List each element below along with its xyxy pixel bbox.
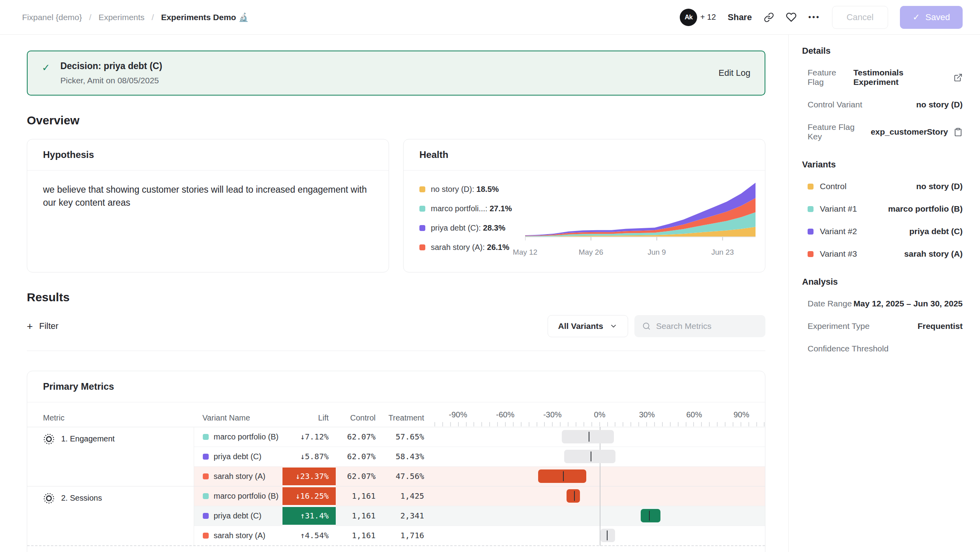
metric-name: 2. Sessions	[61, 494, 102, 503]
variant-swatch	[203, 434, 209, 440]
sidebar-row: Variant #2priya debt (C)	[802, 227, 963, 236]
col-control: Control	[336, 402, 381, 427]
health-chart-x-axis: May 12May 26Jun 9Jun 23	[525, 247, 756, 259]
variant-cell: sarah story (A)	[194, 466, 282, 486]
ci-axis-header: -90%-60%-30%0%30%60%90%	[434, 402, 765, 427]
sidebar-row: Control Variantno story (D)	[802, 100, 963, 109]
experiment-page: Fixpanel {demo} / Experiments / Experime…	[0, 0, 980, 552]
top-bar-actions: Ak + 12 Share ••• Cancel ✓ Saved	[680, 6, 963, 29]
variant-name: marco portfolio (B)	[214, 492, 279, 501]
confidence-interval-cell	[434, 447, 765, 466]
external-link-icon[interactable]	[954, 73, 963, 82]
decision-banner: ✓ Decision: priya debt (C) Picker, Amit …	[27, 51, 765, 96]
treatment-value: 57.65%	[381, 427, 434, 447]
breadcrumb-current: Experiments Demo 🔬	[161, 13, 249, 22]
confidence-interval-cell	[434, 486, 765, 506]
primary-metrics-card: Primary Metrics Metric Variant Name Lift…	[27, 371, 765, 552]
sidebar-section-heading: Details	[802, 46, 963, 56]
sidebar-row-value[interactable]: Testimonials Experiment	[853, 68, 963, 87]
sidebar-section-heading: Analysis	[802, 277, 963, 287]
legend-swatch	[419, 244, 425, 250]
health-legend-item: priya debt (C): 28.3%	[419, 223, 525, 233]
saved-button[interactable]: ✓ Saved	[900, 6, 963, 29]
decision-check-icon: ✓	[42, 62, 50, 73]
sidebar-row-value: marco portfolio (B)	[888, 204, 963, 214]
plus-icon: +	[27, 321, 33, 331]
sidebar-row: Variant #1marco portfolio (B)	[802, 204, 963, 214]
health-card: Health no story (D): 18.5%marco portfoli…	[403, 139, 765, 272]
hypothesis-body: we believe that showing customer stories…	[27, 171, 389, 222]
sidebar-row: Experiment TypeFrequentist	[802, 321, 963, 331]
variant-cell: priya debt (C)	[194, 506, 282, 526]
sidebar-row-label: Confidence Threshold	[808, 344, 888, 353]
details-sidebar: DetailsFeature FlagTestimonials Experime…	[788, 35, 980, 552]
variant-swatch	[808, 206, 814, 212]
health-x-tick-label: Jun 23	[711, 248, 734, 257]
collaborators[interactable]: Ak + 12	[680, 9, 716, 26]
sidebar-row-label: Date Range	[808, 299, 852, 308]
ci-axis-label: 30%	[639, 410, 655, 419]
copy-link-icon[interactable]	[764, 12, 774, 23]
sidebar-row-label: Control Variant	[808, 100, 862, 109]
sidebar-row: Confidence Threshold	[802, 344, 963, 353]
chevron-down-icon	[610, 322, 617, 330]
col-treatment: Treatment	[381, 402, 434, 427]
sidebar-row-label: Variant #1	[820, 204, 857, 214]
breadcrumb-experiments[interactable]: Experiments	[99, 13, 145, 22]
sidebar-row-label: Variant #2	[820, 227, 857, 236]
clipboard-icon[interactable]	[954, 128, 963, 137]
sidebar-row-value[interactable]: exp_customerStory	[871, 127, 963, 137]
results-controls: + Filter All Variants	[27, 315, 765, 351]
control-value: 1,161	[336, 486, 381, 506]
sidebar-row: Controlno story (D)	[802, 182, 963, 191]
metric-cell: 2. Sessions	[27, 486, 194, 545]
zero-line	[600, 466, 600, 486]
legend-swatch	[419, 206, 425, 212]
sidebar-row-label: Variant #3	[820, 249, 857, 259]
treatment-value: 1,425	[381, 486, 434, 506]
favorite-heart-icon[interactable]	[786, 12, 797, 23]
search-metrics-input[interactable]	[656, 321, 757, 331]
sidebar-row-value: no story (D)	[916, 100, 963, 109]
health-legend-item: no story (D): 18.5%	[419, 185, 525, 194]
variant-swatch	[808, 251, 814, 257]
more-options-icon[interactable]: •••	[808, 13, 820, 22]
health-legend: no story (D): 18.5%marco portfoli...: 27…	[419, 180, 525, 259]
sidebar-row-label: Control	[820, 182, 847, 191]
lift-marker	[607, 531, 608, 541]
add-filter-button[interactable]: + Filter	[27, 321, 58, 331]
breadcrumb-separator: /	[89, 13, 92, 22]
variant-cell: marco portfolio (B)	[194, 427, 282, 447]
metrics-search	[634, 315, 765, 337]
lift-marker	[591, 452, 591, 462]
filter-label: Filter	[39, 321, 58, 331]
add-metric-button[interactable]: + Add	[27, 545, 765, 552]
edit-log-button[interactable]: Edit Log	[718, 68, 750, 78]
control-value: 62.07%	[336, 447, 381, 466]
breadcrumb-project[interactable]: Fixpanel {demo}	[22, 13, 82, 22]
confidence-interval-bar	[564, 450, 615, 463]
control-value: 1,161	[336, 506, 381, 526]
sidebar-row: Feature FlagTestimonials Experiment	[802, 68, 963, 87]
top-bar: Fixpanel {demo} / Experiments / Experime…	[0, 0, 980, 35]
legend-swatch	[419, 186, 425, 192]
metric-variant-row[interactable]: 1. Engagementmarco portfolio (B)↓7.12%62…	[27, 427, 765, 447]
variant-name: sarah story (A)	[214, 531, 266, 540]
variant-cell: marco portfolio (B)	[194, 486, 282, 506]
sidebar-row-value: May 12, 2025 – Jun 30, 2025	[853, 299, 963, 308]
metric-variant-row[interactable]: 2. Sessionsmarco portfolio (B)↓16.25%1,1…	[27, 486, 765, 506]
variant-swatch	[808, 229, 814, 235]
share-button[interactable]: Share	[728, 12, 752, 23]
variants-dropdown[interactable]: All Variants	[548, 315, 628, 337]
variant-name: priya debt (C)	[214, 511, 262, 520]
confidence-interval-bar	[600, 529, 615, 542]
control-value: 62.07%	[336, 466, 381, 486]
variant-name: marco portfolio (B)	[214, 432, 279, 441]
sidebar-row: Variant #3sarah story (A)	[802, 249, 963, 259]
ci-axis-label: -60%	[496, 410, 514, 419]
cancel-button[interactable]: Cancel	[832, 6, 888, 29]
variant-swatch	[203, 493, 209, 499]
ci-axis-label: -30%	[543, 410, 562, 419]
health-x-tick-label: Jun 9	[647, 248, 666, 257]
avatar[interactable]: Ak	[680, 9, 697, 26]
